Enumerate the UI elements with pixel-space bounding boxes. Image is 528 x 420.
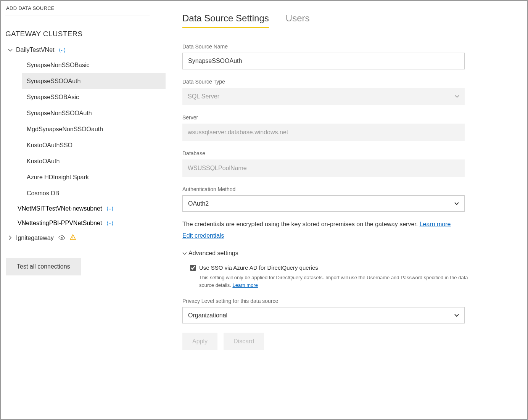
warning-icon bbox=[70, 234, 76, 242]
sso-checkbox-row: Use SSO via Azure AD for DirectQuery que… bbox=[190, 264, 527, 271]
field-database: Database WSUSSQLPoolName bbox=[182, 150, 465, 177]
ds-type-label: Data Source Type bbox=[182, 79, 465, 85]
database-label: Database bbox=[182, 150, 465, 156]
chevron-right-icon bbox=[8, 235, 13, 241]
tabs: Data Source Settings Users bbox=[182, 13, 527, 28]
field-ds-type: Data Source Type SQL Server bbox=[182, 79, 465, 105]
ds-item[interactable]: SynapseSSOBAsic bbox=[22, 89, 166, 105]
ds-name-label: Data Source Name bbox=[182, 43, 465, 50]
server-value: wsussqlserver.database.windows.net bbox=[182, 124, 465, 141]
sso-checkbox-label: Use SSO via Azure AD for DirectQuery que… bbox=[199, 264, 318, 271]
server-label: Server bbox=[182, 114, 465, 121]
test-all-connections-button[interactable]: Test all connections bbox=[6, 258, 81, 275]
cloud-sync-icon bbox=[58, 235, 65, 241]
chevron-down-icon bbox=[182, 250, 187, 257]
ds-name-input[interactable] bbox=[182, 53, 465, 69]
gateway-clusters-header: GATEWAY CLUSTERS bbox=[5, 30, 166, 38]
ds-item-selected[interactable]: SynapseSSOOAuth bbox=[22, 73, 166, 89]
learn-more-link[interactable]: Learn more bbox=[420, 221, 451, 227]
sso-help-text: This setting will only be applied for Di… bbox=[199, 274, 474, 289]
ds-item[interactable]: MgdSynapseNonSSOOauth bbox=[22, 121, 166, 137]
main-panel: Data Source Settings Users Data Source N… bbox=[166, 1, 527, 419]
ds-item[interactable]: Cosmos DB bbox=[22, 185, 166, 201]
learn-more-link-sso[interactable]: Learn more bbox=[232, 282, 258, 288]
sub-cluster-label: VNetMSITTestVNet-newsubnet bbox=[18, 205, 102, 212]
add-data-source-link[interactable]: ADD DATA SOURCE bbox=[5, 5, 150, 16]
field-auth-method: Authentication Method OAuth2 bbox=[182, 186, 465, 212]
cluster-ignitegateway[interactable]: Ignitegateway bbox=[5, 230, 166, 246]
sub-cluster-item[interactable]: VNettestingPBI-PPVNetSubnet ⟨··⟩ bbox=[5, 216, 166, 230]
vnet-icon: ⟨··⟩ bbox=[106, 220, 113, 226]
sso-checkbox[interactable] bbox=[190, 265, 196, 271]
credentials-help-text: The credentials are encrypted using the … bbox=[182, 221, 472, 228]
privacy-select[interactable]: Organizational bbox=[182, 307, 465, 323]
sub-cluster-item[interactable]: VNetMSITTestVNet-newsubnet ⟨··⟩ bbox=[5, 201, 166, 216]
ds-item[interactable]: KustoOAuthSSO bbox=[22, 137, 166, 153]
ds-item[interactable]: KustoOAuth bbox=[22, 153, 166, 169]
sidebar: ADD DATA SOURCE GATEWAY CLUSTERS DailyTe… bbox=[1, 1, 166, 419]
apply-button[interactable]: Apply bbox=[182, 333, 217, 350]
field-privacy: Privacy Level setting for this data sour… bbox=[182, 298, 465, 323]
form-buttons: Apply Discard bbox=[182, 333, 527, 350]
auth-label: Authentication Method bbox=[182, 186, 465, 192]
cluster-label: DailyTestVNet bbox=[16, 47, 54, 53]
vnet-icon: ⟨··⟩ bbox=[59, 47, 66, 53]
discard-button[interactable]: Discard bbox=[224, 333, 264, 350]
cluster-label: Ignitegateway bbox=[16, 235, 54, 241]
privacy-label: Privacy Level setting for this data sour… bbox=[182, 298, 465, 304]
data-source-list: SynapseNonSSOBasic SynapseSSOOAuth Synap… bbox=[5, 57, 166, 201]
ds-type-select: SQL Server bbox=[182, 88, 465, 105]
ds-item[interactable]: SynapseNonSSOBasic bbox=[22, 57, 166, 73]
ds-item[interactable]: Azure HDInsight Spark bbox=[22, 169, 166, 185]
edit-credentials-link[interactable]: Edit credentials bbox=[182, 232, 224, 239]
field-server: Server wsussqlserver.database.windows.ne… bbox=[182, 114, 465, 141]
sub-cluster-label: VNettestingPBI-PPVNetSubnet bbox=[18, 220, 102, 227]
auth-method-select[interactable]: OAuth2 bbox=[182, 195, 465, 212]
cluster-dailytestvnet[interactable]: DailyTestVNet ⟨··⟩ bbox=[5, 43, 166, 57]
ds-item[interactable]: SynapseNonSSOOAuth bbox=[22, 105, 166, 121]
svg-point-2 bbox=[72, 238, 73, 239]
cluster-list: DailyTestVNet ⟨··⟩ SynapseNonSSOBasic Sy… bbox=[5, 43, 166, 246]
tab-users[interactable]: Users bbox=[286, 13, 310, 28]
vnet-icon: ⟨··⟩ bbox=[106, 206, 113, 212]
tab-data-source-settings[interactable]: Data Source Settings bbox=[182, 13, 269, 28]
chevron-down-icon bbox=[8, 47, 13, 53]
field-ds-name: Data Source Name bbox=[182, 43, 465, 69]
database-value: WSUSSQLPoolName bbox=[182, 159, 465, 177]
advanced-settings-toggle[interactable]: Advanced settings bbox=[182, 250, 527, 257]
